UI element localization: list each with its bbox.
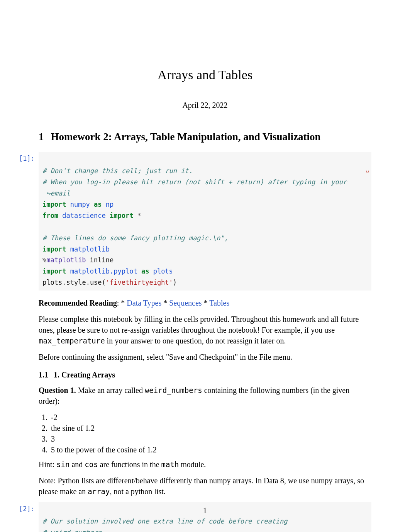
code-text: )	[173, 279, 177, 286]
question-1-list: -2 the sine of 1.2 3 5 to the power of t…	[49, 412, 371, 455]
inline-code: math	[161, 460, 179, 469]
section-title: Homework 2: Arrays, Table Manipulation, …	[51, 131, 321, 143]
code-text: style	[66, 279, 86, 286]
question-label: Question 1.	[39, 386, 76, 394]
code-name: np	[106, 201, 114, 208]
list-item: -2	[49, 412, 371, 423]
code-op: .	[86, 279, 90, 286]
code-line: # Don't change this cell; just run it.	[42, 167, 193, 175]
inline-code: sin	[56, 460, 69, 469]
code-name: datascience	[62, 212, 106, 219]
code-name: plots	[153, 267, 173, 275]
text: *	[161, 299, 169, 307]
code-keyword: import	[42, 201, 66, 208]
text: and	[69, 460, 85, 469]
list-item: 5 to the power of the cosine of 1.2	[49, 444, 371, 455]
text: Make an array called	[76, 386, 145, 394]
section-heading: 1Homework 2: Arrays, Table Manipulation,…	[39, 130, 371, 144]
code-cell-content: # Don't change this cell; just run it. #…	[39, 152, 371, 291]
page-number: 1	[0, 505, 410, 516]
recommended-reading: Recommended Reading: * Data Types * Sequ…	[39, 297, 371, 308]
text: , not a python list.	[110, 487, 165, 496]
paragraph: Please complete this notebook by filling…	[39, 314, 371, 346]
document-date: April 22, 2022	[39, 100, 371, 110]
code-text: plots	[42, 279, 62, 286]
code-string: 'fivethirtyeight'	[106, 279, 173, 286]
code-line: # When you log-in please hit return (not…	[42, 178, 347, 186]
text: : *	[117, 299, 127, 307]
text: module.	[179, 460, 206, 469]
inline-code: max_temperature	[39, 337, 105, 345]
inline-code: weird_numbers	[145, 386, 202, 394]
note: Note: Python lists are different/behave …	[39, 475, 371, 497]
subsection-title: 1. Creating Arrays	[54, 371, 115, 379]
inline-code: array	[88, 487, 110, 496]
document-title: Arrays and Tables	[39, 66, 371, 84]
code-text: inline	[86, 256, 114, 264]
code-line: email	[50, 189, 70, 197]
code-keyword: from	[42, 212, 58, 219]
text: are functions in the	[98, 460, 161, 469]
paragraph: Before continuing the assignment, select…	[39, 352, 371, 362]
list-item: 3	[49, 433, 371, 444]
cell-prompt: [1]:	[18, 152, 39, 163]
inline-code: cos	[85, 460, 98, 469]
section-number: 1	[39, 131, 44, 143]
link-tables[interactable]: Tables	[209, 299, 229, 307]
reco-label: Recommended Reading	[39, 299, 117, 307]
code-line: # Our solution involved one extra line o…	[42, 517, 288, 525]
subsection-number: 1.1	[39, 371, 48, 379]
text: Please complete this notebook by filling…	[39, 315, 359, 334]
code-keyword: as	[94, 201, 102, 208]
code-op: *	[137, 212, 141, 219]
code-keyword: import	[42, 267, 66, 275]
text: in your answer to one question, do not r…	[105, 337, 286, 345]
code-keyword: import	[110, 212, 133, 219]
text: Note:	[39, 476, 58, 485]
code-name: matplotlib.pyplot	[70, 267, 137, 275]
question-1: Question 1. Make an array called weird_n…	[39, 385, 371, 406]
link-data-types[interactable]: Data Types	[127, 299, 161, 307]
text: Hint:	[39, 460, 56, 469]
line-wrap-icon: ␣	[366, 165, 369, 174]
code-cell-1: [1]: # Don't change this cell; just run …	[18, 152, 371, 291]
code-keyword: import	[42, 245, 66, 253]
code-name: numpy	[70, 201, 90, 208]
text: *	[202, 299, 210, 307]
code-name: matplotlib	[70, 245, 110, 253]
continuation-arrow-icon: ↪	[42, 189, 50, 197]
code-text: use(	[90, 279, 106, 286]
code-line: # These lines do some fancy plotting mag…	[42, 234, 228, 242]
hint: Hint: sin and cos are functions in the m…	[39, 459, 371, 470]
code-magic: %	[42, 256, 46, 264]
code-op: .	[62, 279, 66, 286]
code-line: # weird_numbers.	[42, 529, 106, 532]
code-magic: matplotlib	[46, 256, 86, 264]
subsection-heading: 1.11. Creating Arrays	[39, 369, 371, 380]
page: Arrays and Tables April 22, 2022 1Homewo…	[0, 0, 410, 532]
list-item: the sine of 1.2	[49, 423, 371, 433]
code-keyword: as	[141, 267, 149, 275]
link-sequences[interactable]: Sequences	[169, 299, 202, 307]
